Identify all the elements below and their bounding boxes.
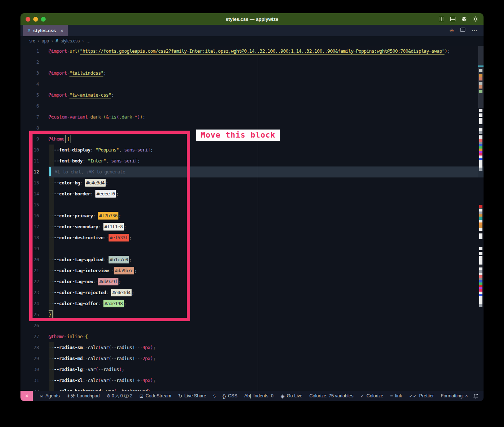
live-share-icon: ↻ [178,393,182,399]
statusbar-abl[interactable]: Ab| [244,393,251,398]
live-share-label: Live Share [184,393,206,398]
code-text: @import·"tw-animate-css"; [49,90,484,101]
code-line[interactable]: 26 [20,320,484,331]
token: 4px [143,378,150,383]
prettier-label: Prettier [419,393,434,398]
code-line[interactable]: 1@import·url("https://fonts.googleapis.c… [20,46,484,57]
token: ; [153,356,155,361]
statusbar-diagnostics[interactable]: ⊘ 0 △ 0 ⓘ 2 [107,393,133,399]
overview-decoration [479,120,482,124]
line-number: 5 [20,90,49,101]
token: · [103,389,106,391]
token: dark [90,114,101,120]
statusbar-colorize-count[interactable]: Colorize: 75 variables [310,393,353,398]
statusbar-codestream[interactable]: ⊡CodeStream [139,393,171,399]
split-columns-icon[interactable] [439,16,444,22]
overview-decoration [479,131,482,134]
token: ) [137,114,140,120]
token: @import [49,92,67,98]
token: · [88,114,90,120]
statusbar-go-live[interactable]: ◉Go Live [280,393,302,399]
tab-bar: # styles.css × ✳ ⋯ [20,25,484,36]
starburst-extension-icon[interactable]: ✳ [450,27,454,34]
token: calc [88,345,98,350]
token: @theme [49,334,64,339]
token: : [101,389,103,391]
code-line[interactable]: 2 [20,57,484,68]
diagnostics-label: ⊘ 0 △ 0 ⓘ 2 [107,393,133,399]
statusbar-colorize[interactable]: ✓Colorize [360,393,383,399]
agents-icon: ∞ [40,393,43,399]
code-text [49,57,484,68]
token: ( [116,114,119,120]
breadcrumb-item[interactable]: src [29,38,35,44]
code-line[interactable]: 5@import·"tw-animate-css"; [20,90,484,101]
token: --radius-xl [54,378,82,383]
line-number: 6 [20,101,49,112]
tab-styles-css[interactable]: # styles.css × [23,25,68,36]
token: "tailwindcss" [69,70,103,76]
code-text: @custom-variant·dark·(&:is(.dark·*)); [49,112,484,123]
statusbar-prettier[interactable]: ✓✓Prettier [409,393,434,399]
breadcrumb-item[interactable]: styles.css [61,38,80,44]
tab-close-icon[interactable]: × [60,27,64,34]
remote-indicator[interactable]: × [20,391,33,401]
overview-decoration [479,74,482,77]
statusbar-indents[interactable]: Indents: 0 [253,393,273,398]
layout-panel-icon[interactable] [450,16,456,22]
tab-label: styles.css [33,28,56,33]
column-ruler-line [258,46,258,391]
code-text: ··--color-background:·var(--background); [49,386,484,391]
lightning-icon: ϟ [213,393,216,399]
code-line[interactable]: 29··--radius-md:·calc(var(--radius)·-·2p… [20,353,484,364]
gear-icon[interactable] [473,16,478,22]
code-line[interactable]: 31··--radius-xl:·calc(var(--radius)·+·4p… [20,375,484,386]
line-number: 29 [20,353,49,364]
overview-decoration [479,168,482,171]
token: · [64,334,67,339]
code-line[interactable]: 30··--radius-lg:·var(--radius); [20,364,484,375]
overview-decoration [479,85,482,89]
go-live-label: Go Live [287,393,302,398]
token: --radius-md [54,356,82,361]
overview-decoration [479,247,482,250]
token: · [140,356,143,361]
token: · [85,345,88,350]
code-line[interactable]: 3@import·"tailwindcss"; [20,68,484,79]
cube-icon[interactable] [461,16,467,22]
code-line[interactable]: 27@theme·inline·{ [20,331,484,342]
code-line[interactable]: 7@custom-variant·dark·(&:is(.dark·*)); [20,112,484,123]
statusbar-live-share[interactable]: ↻Live Share [178,393,206,399]
title-bar: styles.css — applywize [20,13,484,25]
statusbar-language-mode[interactable]: {}CSS [223,393,237,399]
statusbar-launchpad[interactable]: ✈⚒Launchpad [67,393,99,399]
statusbar-agents[interactable]: ∞Agents [40,393,60,399]
more-actions-icon[interactable]: ⋯ [471,27,478,34]
code-line[interactable]: 4 [20,79,484,90]
code-line[interactable]: 32··--color-background:·var(--background… [20,386,484,391]
overview-decoration [479,77,482,80]
breadcrumb-item[interactable]: app [42,38,49,44]
statusbar-formatting[interactable]: Formatting: × [441,393,468,398]
split-editor-icon[interactable] [460,27,466,34]
token: ·· [49,367,54,372]
notifications-bell-icon[interactable] [473,391,484,401]
breadcrumb-sep: › [52,38,53,44]
maximize-window-button[interactable] [41,17,46,22]
minimize-window-button[interactable] [33,17,38,22]
statusbar-lightning[interactable]: ϟ [213,393,216,399]
code-line[interactable]: 6 [20,101,484,112]
token: ; [153,345,155,350]
css-file-icon[interactable]: # [56,38,58,44]
breadcrumb-more[interactable]: … [86,38,91,44]
link-icon: = [390,393,393,399]
token: & [106,114,109,120]
statusbar-link[interactable]: =link [390,393,402,399]
token: ·· [49,389,54,391]
line-number: 4 [20,79,49,90]
token: --radius [111,345,132,350]
code-line[interactable]: 28··--radius-sm:·calc(var(--radius)·-·4p… [20,342,484,353]
token: ) [140,114,143,120]
close-window-button[interactable] [26,17,30,22]
overview-decoration [479,128,482,131]
